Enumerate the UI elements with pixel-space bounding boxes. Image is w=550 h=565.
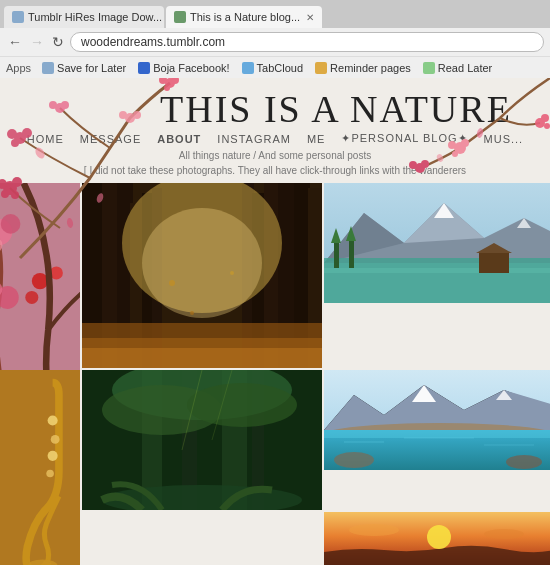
tagline-line2: [ I did not take these photographs. They… [0, 163, 550, 178]
bookmark-tabcloud[interactable]: TabCloud [237, 61, 308, 75]
navigation: HOME MESSAGE ABOUT INSTAGRAM ME ✦PERSONA… [0, 132, 550, 145]
svg-point-67 [190, 311, 194, 315]
forest-svg [82, 183, 322, 368]
svg-point-115 [349, 524, 399, 536]
tab-label-1: Tumblr HiRes Image Dow... [28, 11, 162, 23]
photo-sunset[interactable] [324, 512, 550, 565]
photo-main-forest[interactable] [82, 183, 322, 368]
svg-rect-79 [334, 243, 339, 268]
site-tagline: All things nature / And some personal po… [0, 148, 550, 178]
back-button[interactable]: ← [6, 34, 24, 50]
bookmarks-bar: Apps Save for Later Boja Facebook! TabCl… [0, 56, 550, 78]
reload-button[interactable]: ↻ [50, 34, 66, 50]
tagline-line1: All things nature / And some personal po… [0, 148, 550, 163]
svg-point-2 [171, 78, 179, 84]
bookmark-icon-1 [42, 62, 54, 74]
svg-point-46 [25, 291, 38, 304]
svg-rect-76 [324, 268, 550, 273]
svg-rect-77 [479, 253, 509, 273]
bookmark-label-5: Read Later [438, 62, 492, 74]
bookmark-boja[interactable]: Boja Facebook! [133, 61, 234, 75]
page-content: THIS IS A NATURE HOME MESSAGE ABOUT INST… [0, 78, 550, 565]
photo-mountain-lake[interactable] [324, 183, 550, 303]
bookmark-icon-5 [423, 62, 435, 74]
svg-point-109 [51, 435, 60, 444]
svg-point-37 [1, 214, 21, 234]
svg-point-114 [427, 525, 451, 549]
photo-instrument[interactable] [0, 370, 80, 565]
site-header: THIS IS A NATURE HOME MESSAGE ABOUT INST… [0, 90, 550, 178]
svg-point-61 [142, 208, 262, 318]
nav-home[interactable]: HOME [27, 133, 64, 145]
svg-point-1 [159, 78, 167, 84]
bookmark-label-2: Boja Facebook! [153, 62, 229, 74]
svg-point-105 [334, 452, 374, 468]
bookmark-icon-3 [242, 62, 254, 74]
nav-about[interactable]: ABOUT [157, 133, 201, 145]
svg-point-0 [165, 78, 175, 88]
photo-grid [0, 183, 550, 565]
tab-favicon-2 [174, 11, 186, 23]
svg-point-90 [187, 383, 297, 427]
bookmark-label-1: Save for Later [57, 62, 126, 74]
jungle-svg [82, 370, 322, 510]
tab-bar: Tumblr HiRes Image Dow... ✕ This is a Na… [0, 0, 550, 28]
bookmark-save-later[interactable]: Save for Later [37, 61, 131, 75]
bookmark-icon-2 [138, 62, 150, 74]
bookmark-reminder[interactable]: Reminder pages [310, 61, 416, 75]
svg-rect-107 [0, 370, 80, 565]
nav-me[interactable]: ME [307, 133, 326, 145]
bookmark-read-later[interactable]: Read Later [418, 61, 497, 75]
address-input[interactable] [70, 32, 544, 52]
nav-instagram[interactable]: INSTAGRAM [217, 133, 291, 145]
nav-music[interactable]: MUS... [484, 133, 524, 145]
svg-point-110 [48, 451, 58, 461]
svg-point-108 [48, 415, 58, 425]
svg-rect-64 [82, 348, 322, 368]
photo-moraine-lake[interactable] [324, 370, 550, 470]
nav-message[interactable]: MESSAGE [80, 133, 141, 145]
svg-point-111 [46, 470, 54, 478]
tab-hiRes[interactable]: Tumblr HiRes Image Dow... ✕ [4, 6, 164, 28]
svg-point-106 [506, 455, 542, 469]
svg-rect-81 [349, 241, 354, 268]
apps-label: Apps [6, 62, 31, 74]
moraine-svg [324, 370, 550, 470]
forward-button[interactable]: → [28, 34, 46, 50]
svg-rect-101 [324, 430, 550, 438]
tab-nature[interactable]: This is a Nature blog... ✕ [166, 6, 322, 28]
tab-close-2[interactable]: ✕ [306, 12, 314, 23]
svg-point-116 [484, 529, 524, 539]
tab-label-2: This is a Nature blog... [190, 11, 300, 23]
browser-chrome: Tumblr HiRes Image Dow... ✕ This is a Na… [0, 0, 550, 78]
site-title: THIS IS A NATURE [160, 90, 550, 128]
svg-point-66 [230, 271, 234, 275]
mountain-svg [324, 183, 550, 303]
instrument-svg [0, 370, 80, 565]
bookmark-icon-4 [315, 62, 327, 74]
nav-personal-blog[interactable]: ✦PERSONAL BLOG✦ [341, 132, 467, 145]
tab-favicon-1 [12, 11, 24, 23]
sunset-svg [324, 512, 550, 565]
svg-point-65 [169, 280, 175, 286]
photo-jungle[interactable] [82, 370, 322, 510]
bookmark-label-4: Reminder pages [330, 62, 411, 74]
bookmark-label-3: TabCloud [257, 62, 303, 74]
address-bar-row: ← → ↻ [0, 28, 550, 56]
